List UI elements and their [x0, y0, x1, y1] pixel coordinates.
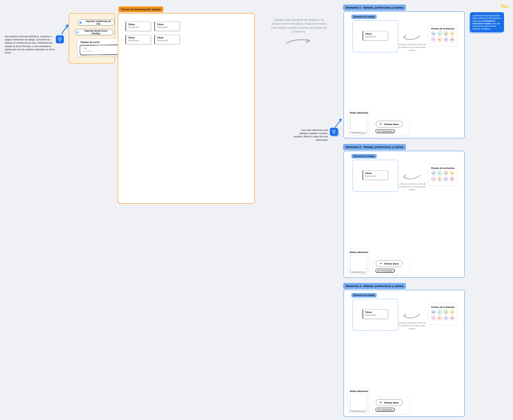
panel-frame[interactable]: Elemento de trabajo Título Descripción A… [343, 290, 465, 417]
sort-ideas-button[interactable]: Ordena ideas [376, 121, 403, 128]
card-description: Descripción [365, 175, 386, 177]
customize-button[interactable]: Personalizar [375, 129, 395, 133]
work-item-pill[interactable]: Elemento de trabajo [351, 15, 377, 19]
panel-frame[interactable]: Elemento de trabajo Título Descripción A… [343, 11, 465, 138]
work-item-card[interactable]: Título Descripción [154, 22, 180, 31]
story-point-chip[interactable]: 0.5 [431, 31, 436, 36]
sort-ideas-label: Ordena ideas [384, 262, 399, 265]
panel-header-pill[interactable]: Elemento 3 - Debate, perfecciona y estim… [343, 283, 406, 289]
story-point-chip[interactable]: 13 [444, 37, 448, 42]
story-point-chip[interactable]: 13 [444, 316, 448, 320]
story-point-chip[interactable]: 5 [431, 177, 436, 181]
work-item-card[interactable]: Título Descripción [126, 35, 151, 44]
story-point-chip[interactable]: 8 [437, 316, 442, 320]
sparkle-doodle-icon [499, 3, 513, 11]
import-jira-button[interactable]: Importar incidencias de Jira [78, 19, 115, 25]
work-item-card[interactable]: Título Descripción [363, 309, 388, 319]
sort-ideas-button[interactable]: Ordena ideas [376, 260, 403, 267]
drag-hint-text: Arrastra y suelta los puntos de la histo… [398, 43, 427, 52]
card-title: Título [157, 23, 178, 26]
backlog-frame[interactable]: Título Descripción Título Descripción Tí… [118, 13, 255, 204]
story-points-title: Puntos de la historia [429, 27, 457, 30]
sample-card[interactable]: Title Description [80, 45, 119, 55]
card-title: Título [365, 32, 386, 35]
story-point-chip[interactable]: 1 [437, 31, 442, 36]
sticky-note[interactable] [350, 116, 367, 132]
story-point-chip[interactable]: 21 [450, 316, 454, 320]
story-point-chip[interactable]: 1 [437, 171, 442, 175]
story-point-chip[interactable]: 3 [450, 310, 454, 314]
story-point-chip[interactable]: 2 [444, 310, 448, 314]
lucid-cards-widget[interactable]: Tarjetas de Lucid Title Description [78, 39, 121, 56]
estimation-tooltip: Los bancos de estimación pueden aplicar … [470, 12, 504, 32]
work-item-dropzone[interactable]: Título Descripción [352, 20, 398, 52]
card-title: Título [128, 36, 149, 39]
story-point-chip[interactable]: 8 [437, 37, 442, 42]
sticky-notes-bank[interactable]: Notas adhesivas [348, 249, 369, 275]
story-points-bank[interactable]: Puntos de la historia 0.5 1 2 3 5 8 13 2… [428, 25, 457, 46]
sticky-note[interactable] [350, 394, 367, 411]
story-point-chip[interactable]: 0.5 [431, 171, 436, 175]
import-jira-label: Importar incidencias de Jira [84, 20, 113, 25]
customize-button[interactable]: Personalizar [375, 408, 395, 412]
story-point-chip[interactable]: 21 [450, 37, 454, 42]
story-point-chip[interactable]: 8 [437, 177, 442, 181]
card-description: Descripción [157, 26, 178, 29]
sort-ideas-button[interactable]: Ordena ideas [376, 399, 403, 406]
sparkles-icon [380, 401, 382, 404]
story-point-chip[interactable]: 13 [444, 177, 448, 181]
story-point-chip[interactable]: 0.5 [431, 310, 436, 314]
panel-header-pill[interactable]: Elemento 2 - Debate, perfecciona y estim… [343, 144, 406, 150]
sticky-notes-bank[interactable]: Notas adhesivas [348, 110, 369, 135]
drag-hint-text: Arrastra y suelta los puntos de la histo… [398, 182, 427, 191]
story-point-chip[interactable]: 2 [444, 171, 448, 175]
sample-card-description-placeholder: Description [83, 50, 92, 52]
whiteboard-canvas: Usa tarjetas Lucid para planificar, orga… [0, 0, 513, 420]
sparkles-icon [380, 123, 382, 126]
element-panel: Elemento 3 - Debate, perfecciona y estim… [343, 283, 464, 417]
work-item-pill[interactable]: Elemento de trabajo [351, 293, 377, 298]
story-point-chip[interactable]: 2 [444, 31, 448, 36]
work-item-dropzone[interactable]: Título Descripción [352, 160, 398, 192]
story-point-chip[interactable]: 3 [450, 171, 454, 175]
sort-ideas-label: Ordena ideas [384, 123, 399, 126]
panel-frame[interactable]: Elemento de trabajo Título Descripción A… [343, 151, 465, 278]
card-title: Título [128, 23, 149, 26]
backlog-frame-title[interactable]: Tareas de backlog del equipo [119, 7, 163, 12]
curved-arrow-left-icon [401, 312, 422, 321]
center-tip-text: Agrega cada elemento de trabajo a su pro… [270, 18, 328, 34]
curved-arrow-left-icon [401, 34, 422, 43]
story-points-grid: 0.5 1 2 3 5 8 13 21 [430, 31, 455, 42]
work-item-dropzone[interactable]: Título Descripción [352, 299, 398, 331]
customize-button[interactable]: Personalizar [375, 269, 395, 273]
customize-label: Personalizar [381, 270, 393, 272]
sticky-note[interactable] [350, 255, 367, 272]
panel-header-pill[interactable]: Elemento 1 - Debate, perfecciona y estim… [343, 5, 406, 11]
sticky-notes-bank[interactable]: Notas adhesivas [348, 388, 369, 413]
work-item-card[interactable]: Título Descripción [363, 170, 388, 180]
work-item-pill[interactable]: Elemento de trabajo [351, 154, 377, 158]
customize-label: Personalizar [381, 130, 393, 132]
work-item-card[interactable]: Título Descripción [126, 22, 151, 31]
tune-icon [378, 409, 380, 411]
card-title: Título [157, 36, 178, 39]
story-point-chip[interactable]: 1 [437, 310, 442, 314]
story-point-chip[interactable]: 5 [431, 37, 436, 42]
lightbulb-icon [56, 35, 64, 43]
panel-actions: Ordena ideas Personalizar [373, 397, 409, 414]
sample-card-title-placeholder: Title [83, 47, 87, 49]
import-azure-devops-button[interactable]: Importar desde Azure DevOps [74, 29, 113, 35]
story-points-bank[interactable]: Puntos de la historia 0.5 1 2 3 5 8 13 2… [428, 165, 457, 186]
sticky-notes-title: Notas adhesivas [350, 112, 368, 114]
story-point-chip[interactable]: 3 [450, 31, 454, 36]
story-points-bank[interactable]: Puntos de la historia 0.5 1 2 3 5 8 13 2… [428, 304, 457, 325]
work-item-card[interactable]: Título Descripción [154, 35, 180, 44]
work-item-card[interactable]: Título Descripción [363, 31, 388, 40]
jira-icon [79, 21, 82, 24]
card-description: Descripción [365, 314, 386, 316]
card-title: Título [365, 172, 386, 174]
story-point-chip[interactable]: 21 [450, 177, 454, 181]
card-description: Descripción [128, 39, 149, 42]
import-azure-devops-label: Importar desde Azure DevOps [80, 30, 112, 35]
story-point-chip[interactable]: 5 [431, 316, 436, 320]
